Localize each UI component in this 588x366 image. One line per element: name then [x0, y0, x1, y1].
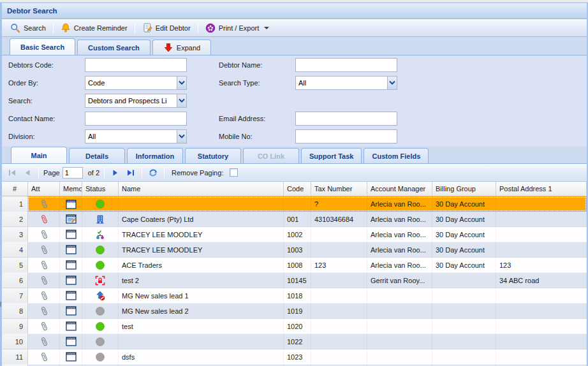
division-field	[85, 129, 187, 143]
tab-support-task[interactable]: Support Task	[301, 148, 362, 163]
cell-row-number: 1	[2, 196, 28, 212]
building-icon[interactable]	[82, 212, 119, 226]
tab-main[interactable]: Main	[11, 147, 67, 163]
previous-page-button[interactable]	[21, 166, 34, 179]
search-type-input[interactable]	[295, 76, 387, 90]
order-by-input[interactable]	[85, 76, 177, 90]
print-export-button[interactable]: Print / Export	[201, 21, 274, 35]
search-button[interactable]: Search	[6, 21, 50, 35]
memo[interactable]	[60, 334, 82, 349]
search-type-dropdown-trigger[interactable]	[387, 76, 397, 90]
column-header-tax-number[interactable]: Tax Number	[311, 182, 367, 196]
gray-circle[interactable]	[82, 349, 119, 364]
memo[interactable]	[60, 273, 82, 288]
table-row[interactable]: 101022	[2, 334, 587, 349]
debtors-code-row: Debtors Code:	[8, 58, 206, 72]
table-row[interactable]: 5ACE Traders1008123Arlecia van Roo...30 …	[2, 258, 587, 273]
org-check-icon[interactable]	[82, 227, 119, 242]
memo[interactable]	[60, 349, 82, 364]
order-by-dropdown-trigger[interactable]	[177, 76, 187, 90]
cell-billing-group: 30 Day Account	[432, 196, 496, 212]
search-input[interactable]	[85, 94, 177, 108]
gray-circle[interactable]	[82, 304, 119, 318]
tab-information[interactable]: Information	[127, 148, 183, 163]
column-header-status[interactable]: Status	[82, 182, 119, 196]
refresh-button[interactable]	[147, 166, 159, 179]
cell-name: Cape Coaters (Pty) Ltd	[119, 212, 284, 226]
next-page-button[interactable]	[109, 166, 122, 179]
memo-edited[interactable]	[60, 212, 82, 226]
last-page-button[interactable]	[124, 166, 137, 179]
table-row[interactable]: 8MG New sales lead 21019	[2, 304, 587, 319]
edit-debtor-button[interactable]: Edit Debtor	[138, 21, 195, 35]
paperclip-gray[interactable]	[28, 288, 60, 303]
division-input[interactable]	[85, 129, 177, 143]
column-header-name[interactable]: Name	[119, 182, 284, 196]
table-row[interactable]: 2Cape Coaters (Pty) Ltd0014310346684Arle…	[2, 212, 587, 227]
tab-custom-search[interactable]: Custom Search	[77, 40, 151, 55]
column-header-postal-address-1[interactable]: Postal Address 1	[496, 182, 587, 196]
tab-expand[interactable]: Expand	[152, 40, 211, 55]
paperclip-gray[interactable]	[28, 273, 60, 288]
tab-custom-fields[interactable]: Custom Fields	[364, 148, 429, 163]
tab-basic-search-label: Basic Search	[20, 43, 64, 51]
debtor-name-row: Debtor Name:	[219, 58, 416, 72]
paperclip-gray[interactable]	[28, 319, 60, 333]
memo[interactable]	[60, 304, 82, 318]
first-page-button[interactable]	[6, 166, 18, 179]
paperclip-gray[interactable]	[28, 196, 60, 212]
arrow-blocked-icon[interactable]	[82, 288, 119, 303]
table-row[interactable]: 7MG New sales lead 11018	[2, 288, 587, 304]
mobile-no-input[interactable]	[295, 129, 397, 143]
paperclip-red[interactable]	[28, 212, 60, 226]
paperclip-gray[interactable]	[28, 227, 60, 242]
table-row[interactable]: 6test 210145Gerrit van Rooy...34 ABC roa…	[2, 273, 587, 288]
paperclip-gray[interactable]	[28, 242, 60, 257]
debtors-code-input[interactable]	[85, 58, 187, 72]
memo[interactable]	[60, 258, 82, 272]
memo[interactable]	[60, 196, 82, 212]
page-number-input[interactable]	[62, 167, 83, 179]
table-row[interactable]: 1?Arlecia van Roo...30 Day Account	[2, 196, 587, 212]
division-dropdown-trigger[interactable]	[177, 129, 187, 143]
paperclip-gray[interactable]	[28, 349, 60, 364]
collapse-panel-arrow[interactable]	[0, 301, 1, 307]
paperclip-gray[interactable]	[28, 304, 60, 318]
column-header-row-number[interactable]: #	[2, 182, 28, 196]
column-header-billing-group[interactable]: Billing Group	[432, 182, 496, 196]
table-row[interactable]: 3TRACEY LEE MOODLEY1002Arlecia van Roo..…	[2, 227, 587, 242]
column-header-code[interactable]: Code	[284, 182, 311, 196]
green-circle[interactable]	[82, 319, 119, 333]
debtor-name-input[interactable]	[295, 58, 397, 72]
cell-code: 1023	[284, 349, 311, 364]
memo[interactable]	[60, 242, 82, 257]
email-address-input[interactable]	[295, 112, 397, 126]
table-row[interactable]: 11dsfs1023	[2, 349, 587, 365]
table-row[interactable]: 4TRACEY LEE MOODLEY1003Arlecia van Roo..…	[2, 242, 587, 258]
table-row[interactable]: 9test1020	[2, 319, 587, 334]
remove-paging-checkbox[interactable]	[230, 168, 238, 177]
column-header-account-manager[interactable]: Account Manager	[367, 182, 432, 196]
search-button-label: Search	[24, 24, 46, 32]
green-circle[interactable]	[82, 242, 119, 257]
contact-name-field	[85, 112, 187, 126]
lock-icon[interactable]	[82, 273, 119, 288]
search-dropdown-trigger[interactable]	[177, 94, 187, 108]
memo[interactable]	[60, 288, 82, 303]
tab-basic-search[interactable]: Basic Search	[10, 38, 75, 55]
contact-name-input[interactable]	[85, 112, 187, 126]
tab-details[interactable]: Details	[69, 148, 125, 163]
chevron-down-icon	[179, 80, 185, 85]
tab-statutory[interactable]: Statutory	[185, 148, 241, 163]
memo[interactable]	[60, 319, 82, 333]
tab-label: CO Link	[258, 152, 284, 160]
create-reminder-button[interactable]: Create Reminder	[56, 21, 132, 35]
paperclip-gray[interactable]	[28, 334, 60, 349]
memo[interactable]	[60, 227, 82, 242]
green-circle[interactable]	[82, 258, 119, 272]
column-header-memo[interactable]: Memo	[60, 182, 82, 196]
paperclip-gray[interactable]	[28, 258, 60, 272]
gray-circle[interactable]	[82, 334, 119, 349]
green-circle[interactable]	[82, 196, 119, 212]
column-header-att[interactable]: Att	[28, 182, 60, 196]
